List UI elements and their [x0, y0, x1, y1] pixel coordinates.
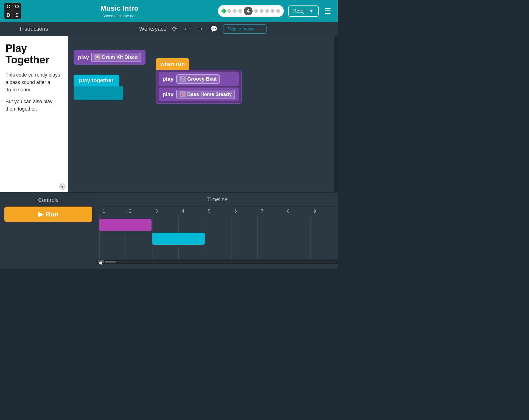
app-header: C O D E Music Intro Saved a minute ago 4… — [0, 0, 338, 22]
timeline-tracks — [97, 216, 338, 260]
tnum-3: 3 — [153, 209, 180, 214]
scrollbar-track[interactable] — [105, 261, 335, 263]
skip-to-project-button[interactable]: Skip to project → — [223, 24, 267, 34]
step-number: 4 — [244, 7, 253, 15]
when-run-group[interactable]: when run play 🎵 Groovy Beat play 🎸 Bas — [156, 58, 242, 104]
logo-e: E — [13, 12, 21, 19]
toolbar: Instructions Workspace ⟳ ↩ ↪ 💬 Skip to p… — [0, 22, 338, 36]
code-logo[interactable]: C O D E — [4, 3, 21, 19]
comment-icon: 💬 — [210, 26, 217, 32]
controls-panel: Controls ▶ Run — [0, 193, 97, 269]
scrollbar-left-arrow[interactable]: ◀ — [98, 260, 104, 263]
run-label: Run — [46, 210, 59, 218]
bottom-section: Controls ▶ Run Timeline 1 2 3 4 5 6 7 8 … — [0, 192, 338, 269]
hamburger-menu-button[interactable]: ☰ — [322, 4, 333, 18]
groovy-beat-name: Groovy Beat — [187, 76, 217, 82]
logo-c: C — [4, 3, 12, 11]
play-drum-block-inner[interactable]: play 🥁 Drum Kit Disco — [74, 50, 145, 65]
tnum-5: 5 — [206, 209, 232, 214]
timeline-scrollbar[interactable]: ◀ — [97, 260, 338, 264]
grid-line-6 — [231, 216, 231, 260]
project-title: Music Intro — [100, 4, 139, 13]
workspace-resize-handle[interactable] — [334, 36, 338, 192]
comment-button[interactable]: 💬 — [208, 24, 220, 34]
groovy-beat-icon: 🎵 — [180, 76, 186, 82]
tnum-2: 2 — [127, 209, 153, 214]
scroll-down-arrow[interactable]: ▼ — [59, 183, 66, 190]
play-drum-block[interactable]: play 🥁 Drum Kit Disco — [74, 50, 145, 65]
track-bar-purple[interactable] — [99, 219, 152, 231]
controls-label: Controls — [38, 197, 58, 203]
tnum-7: 7 — [259, 209, 285, 214]
timeline-panel: Timeline 1 2 3 4 5 6 7 8 9 — [97, 193, 338, 269]
header-right: Kotojii ▼ ☰ — [288, 4, 333, 18]
skip-arrow-icon: → — [257, 27, 262, 32]
instructions-body: This code currently plays a bass sound a… — [5, 71, 62, 113]
bass-home-icon: 🎸 — [180, 91, 186, 97]
tnum-8: 8 — [285, 209, 311, 214]
progress-dot-1 — [227, 9, 231, 13]
when-run-header: when run — [156, 58, 189, 70]
drum-instrument-badge: 🥁 Drum Kit Disco — [91, 53, 141, 62]
grid-line-9 — [310, 216, 310, 260]
user-menu-button[interactable]: Kotojii ▼ — [288, 5, 319, 17]
instructions-panel: Play Together This code currently plays … — [0, 36, 68, 192]
instructions-p2: But you can also play them together. — [5, 98, 62, 113]
bass-home-name: Bass Home Steady — [187, 92, 232, 97]
play2-label: play — [163, 91, 173, 98]
play-bass-row[interactable]: play 🎸 Bass Home Steady — [159, 88, 239, 101]
timeline-label: Timeline — [207, 196, 228, 203]
user-name: Kotojii — [293, 8, 307, 14]
timeline-numbers: 1 2 3 4 5 6 7 8 9 — [97, 207, 338, 216]
progress-dot-diamond — [221, 8, 226, 14]
run-icon: ▶ — [38, 210, 43, 218]
progress-dot-2 — [233, 9, 237, 13]
chevron-down-icon: ▼ — [309, 8, 314, 14]
run-button[interactable]: ▶ Run — [4, 207, 92, 222]
redo-button[interactable]: ↪ — [195, 24, 205, 34]
instructions-title: Play Together — [5, 43, 62, 66]
progress-dot-7 — [265, 9, 269, 13]
bass-home-badge: 🎸 Bass Home Steady — [176, 90, 235, 99]
drum-icon: 🥁 — [94, 54, 100, 60]
grid-line-8 — [284, 216, 284, 260]
workspace[interactable]: play 🥁 Drum Kit Disco play together when… — [68, 36, 338, 192]
refresh-icon: ⟳ — [172, 26, 177, 32]
logo-o: O — [13, 3, 21, 11]
progress-dot-8 — [271, 9, 275, 13]
play-drum-label: play — [78, 54, 89, 61]
progress-dot-6 — [260, 9, 264, 13]
tnum-4: 4 — [180, 209, 206, 214]
logo-d: D — [4, 12, 12, 19]
skip-label: Skip to project — [228, 27, 256, 32]
drum-instrument-name: Drum Kit Disco — [102, 55, 138, 60]
refresh-button[interactable]: ⟳ — [170, 24, 179, 34]
tnum-9: 9 — [311, 209, 338, 214]
scrollbar-thumb[interactable] — [105, 261, 116, 263]
project-saved: Saved a minute ago — [102, 14, 137, 18]
redo-icon: ↪ — [197, 26, 202, 32]
when-run-label: when run — [160, 61, 185, 67]
track-bar-cyan[interactable] — [152, 233, 205, 245]
tnum-6: 6 — [232, 209, 259, 214]
play-together-body — [74, 86, 123, 100]
header-center: Music Intro Saved a minute ago — [25, 4, 214, 18]
when-run-body: play 🎵 Groovy Beat play 🎸 Bass Home Stea… — [156, 70, 242, 104]
tnum-1: 1 — [100, 209, 127, 214]
grid-line-5 — [205, 216, 205, 260]
progress-dot-5 — [254, 9, 258, 13]
undo-button[interactable]: ↩ — [183, 24, 192, 34]
timeline-header: Timeline — [97, 193, 338, 207]
workspace-label: Workspace — [139, 26, 167, 32]
progress-dot-9 — [276, 9, 280, 13]
instructions-p1: This code currently plays a bass sound a… — [5, 71, 62, 94]
instructions-label: Instructions — [0, 22, 68, 36]
play-together-block[interactable]: play together — [74, 75, 123, 100]
grid-line-7 — [257, 216, 258, 260]
undo-icon: ↩ — [185, 26, 190, 32]
instructions-scroll[interactable]: Play Together This code currently plays … — [0, 36, 68, 192]
progress-dot-3 — [238, 9, 242, 13]
progress-bar: 4 — [218, 5, 284, 17]
play-groovy-beat-row[interactable]: play 🎵 Groovy Beat — [159, 72, 239, 86]
timeline-content[interactable]: 1 2 3 4 5 6 7 8 9 — [97, 207, 338, 269]
